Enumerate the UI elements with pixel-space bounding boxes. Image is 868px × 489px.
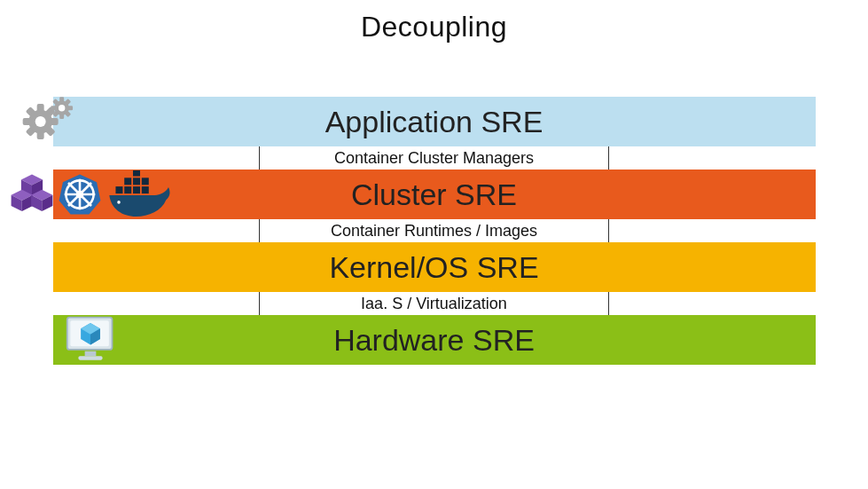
sub-label: Container Runtimes / Images <box>331 222 537 241</box>
svg-rect-39 <box>84 351 96 356</box>
svg-rect-28 <box>115 186 122 193</box>
svg-point-11 <box>58 105 64 111</box>
divider-line <box>259 146 260 170</box>
svg-point-27 <box>75 191 83 199</box>
divider-line <box>259 292 260 315</box>
application-layer: Application SRE <box>53 97 816 146</box>
sub-label: Iaa. S / Virtualization <box>361 295 507 313</box>
hardware-label: Hardware SRE <box>333 323 535 358</box>
svg-rect-33 <box>133 177 140 185</box>
cluster-label: Cluster SRE <box>351 177 517 212</box>
svg-rect-34 <box>141 177 148 185</box>
svg-point-5 <box>35 116 45 127</box>
cluster-layer: Cluster SRE <box>53 170 816 219</box>
divider-line <box>608 292 609 315</box>
divider-line <box>608 146 609 170</box>
svg-rect-30 <box>133 186 140 193</box>
sub-container-runtimes: Container Runtimes / Images <box>53 219 816 242</box>
svg-rect-40 <box>78 356 102 360</box>
svg-rect-31 <box>141 186 148 193</box>
svg-rect-29 <box>124 186 131 193</box>
hardware-layer: Hardware SRE <box>53 315 816 365</box>
ship-wheel-icon <box>57 171 103 217</box>
kernel-label: Kernel/OS SRE <box>329 250 538 285</box>
svg-rect-35 <box>133 170 140 177</box>
whale-icon <box>105 170 176 218</box>
layer-stack: Application SRE Container Cluster Manage… <box>53 97 816 365</box>
svg-rect-32 <box>124 177 131 185</box>
cluster-icon-slot <box>9 170 195 219</box>
divider-line <box>259 219 260 242</box>
sub-label: Container Cluster Managers <box>334 149 534 168</box>
slide-title: Decoupling <box>0 0 868 43</box>
kernel-layer: Kernel/OS SRE <box>53 242 816 292</box>
application-label: Application SRE <box>325 105 543 139</box>
cubes-icon <box>9 171 55 217</box>
sub-cluster-managers: Container Cluster Managers <box>53 146 816 170</box>
application-icon-slot <box>18 97 83 146</box>
gear-cluster-icon <box>21 95 83 148</box>
svg-point-36 <box>117 201 121 204</box>
divider-line <box>608 219 609 242</box>
monitor-cube-icon <box>62 314 119 366</box>
sub-iaas: Iaa. S / Virtualization <box>53 292 816 315</box>
hardware-icon-slot <box>59 315 119 365</box>
